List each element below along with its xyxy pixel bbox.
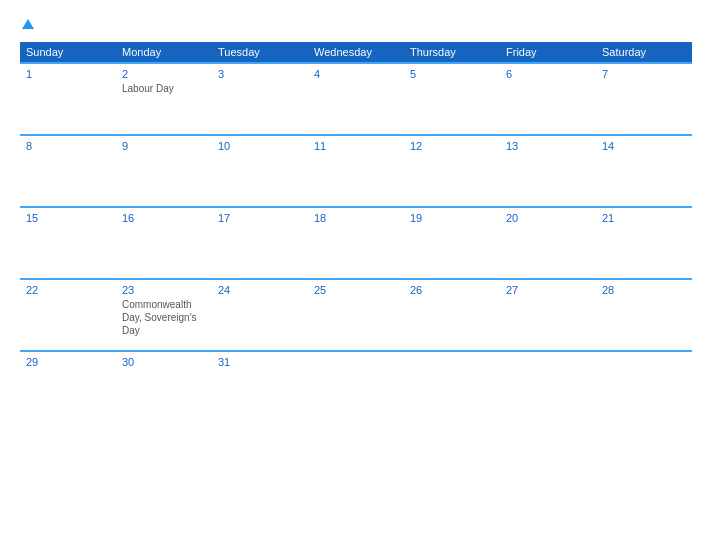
- day-header-saturday: Saturday: [596, 42, 692, 63]
- day-header-wednesday: Wednesday: [308, 42, 404, 63]
- day-number: 29: [26, 356, 110, 368]
- day-number: 5: [410, 68, 494, 80]
- calendar-cell: 5: [404, 63, 500, 135]
- week-row-5: 293031: [20, 351, 692, 423]
- day-number: 26: [410, 284, 494, 296]
- day-header-monday: Monday: [116, 42, 212, 63]
- calendar-cell: 18: [308, 207, 404, 279]
- week-row-2: 891011121314: [20, 135, 692, 207]
- calendar-cell: 14: [596, 135, 692, 207]
- calendar-cell: 6: [500, 63, 596, 135]
- calendar-cell: 7: [596, 63, 692, 135]
- day-header-friday: Friday: [500, 42, 596, 63]
- calendar-cell: 29: [20, 351, 116, 423]
- day-number: 31: [218, 356, 302, 368]
- calendar-cell: [404, 351, 500, 423]
- calendar-cell: 19: [404, 207, 500, 279]
- day-number: 15: [26, 212, 110, 224]
- day-number: 25: [314, 284, 398, 296]
- day-number: 17: [218, 212, 302, 224]
- calendar-cell: 26: [404, 279, 500, 351]
- day-number: 6: [506, 68, 590, 80]
- calendar-cell: 10: [212, 135, 308, 207]
- day-number: 9: [122, 140, 206, 152]
- day-header-thursday: Thursday: [404, 42, 500, 63]
- calendar-cell: 16: [116, 207, 212, 279]
- calendar-page: SundayMondayTuesdayWednesdayThursdayFrid…: [0, 0, 712, 550]
- day-number: 28: [602, 284, 686, 296]
- day-number: 22: [26, 284, 110, 296]
- day-number: 1: [26, 68, 110, 80]
- calendar-cell: 1: [20, 63, 116, 135]
- day-number: 8: [26, 140, 110, 152]
- holiday-label: Labour Day: [122, 83, 174, 94]
- calendar-cell: 13: [500, 135, 596, 207]
- calendar-cell: 23Commonwealth Day, Sovereign's Day: [116, 279, 212, 351]
- calendar-cell: 31: [212, 351, 308, 423]
- calendar-cell: 22: [20, 279, 116, 351]
- calendar-cell: 11: [308, 135, 404, 207]
- calendar-cell: 20: [500, 207, 596, 279]
- calendar-cell: [500, 351, 596, 423]
- day-number: 24: [218, 284, 302, 296]
- calendar-cell: 25: [308, 279, 404, 351]
- day-number: 12: [410, 140, 494, 152]
- calendar-cell: 8: [20, 135, 116, 207]
- calendar-cell: 27: [500, 279, 596, 351]
- day-number: 27: [506, 284, 590, 296]
- calendar-cell: 12: [404, 135, 500, 207]
- calendar-cell: 28: [596, 279, 692, 351]
- header: [20, 16, 692, 32]
- day-number: 21: [602, 212, 686, 224]
- calendar-table: SundayMondayTuesdayWednesdayThursdayFrid…: [20, 42, 692, 423]
- holiday-label: Commonwealth Day, Sovereign's Day: [122, 299, 197, 336]
- calendar-cell: 24: [212, 279, 308, 351]
- week-row-1: 12Labour Day34567: [20, 63, 692, 135]
- calendar-cell: 4: [308, 63, 404, 135]
- day-number: 10: [218, 140, 302, 152]
- day-number: 2: [122, 68, 206, 80]
- day-number: 30: [122, 356, 206, 368]
- logo: [20, 16, 34, 32]
- day-number: 13: [506, 140, 590, 152]
- week-row-3: 15161718192021: [20, 207, 692, 279]
- day-number: 19: [410, 212, 494, 224]
- calendar-cell: [308, 351, 404, 423]
- logo-top: [20, 16, 34, 32]
- day-number: 14: [602, 140, 686, 152]
- calendar-cell: 15: [20, 207, 116, 279]
- day-number: 7: [602, 68, 686, 80]
- day-number: 16: [122, 212, 206, 224]
- calendar-cell: 17: [212, 207, 308, 279]
- day-number: 20: [506, 212, 590, 224]
- day-number: 18: [314, 212, 398, 224]
- day-number: 3: [218, 68, 302, 80]
- day-number: 4: [314, 68, 398, 80]
- week-row-4: 2223Commonwealth Day, Sovereign's Day242…: [20, 279, 692, 351]
- logo-triangle-icon: [22, 19, 34, 29]
- calendar-cell: 2Labour Day: [116, 63, 212, 135]
- calendar-cell: [596, 351, 692, 423]
- calendar-cell: 30: [116, 351, 212, 423]
- calendar-cell: 9: [116, 135, 212, 207]
- calendar-cell: 21: [596, 207, 692, 279]
- day-number: 11: [314, 140, 398, 152]
- day-header-tuesday: Tuesday: [212, 42, 308, 63]
- day-header-sunday: Sunday: [20, 42, 116, 63]
- day-number: 23: [122, 284, 206, 296]
- days-header-row: SundayMondayTuesdayWednesdayThursdayFrid…: [20, 42, 692, 63]
- calendar-cell: 3: [212, 63, 308, 135]
